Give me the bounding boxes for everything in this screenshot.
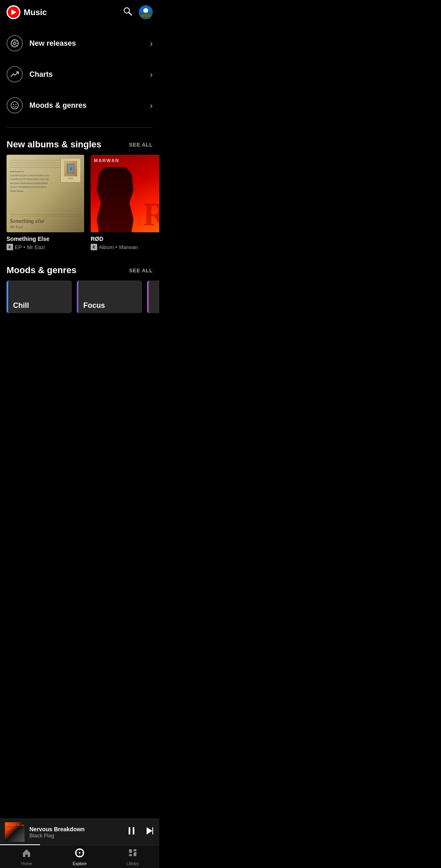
album-type-rod: Album: [99, 244, 114, 250]
smiley-icon: [10, 101, 19, 110]
logo-circle: [8, 7, 19, 18]
mood-sleep-label: [149, 307, 158, 313]
avatar-image: [139, 5, 153, 19]
gear-music-icon: ♪: [10, 39, 19, 48]
moods-scroll-container: Chill Focus: [0, 280, 159, 320]
explicit-badge-rod: E: [91, 244, 97, 250]
svg-point-7: [11, 102, 18, 109]
album-thumb-rod: MARWAN R: [91, 155, 159, 232]
rod-art: MARWAN R: [91, 155, 159, 232]
moods-genres-label: Moods & genres: [29, 101, 150, 110]
explicit-badge-something-else: E: [7, 244, 13, 250]
svg-point-8: [13, 104, 14, 105]
moods-genres-chevron: ›: [150, 101, 153, 110]
mood-chill-label: Chill: [8, 298, 34, 313]
album-thumb-something-else: addressed to: CHERRYDONTLOVEAPORRYYOU CH…: [7, 155, 84, 232]
album-artist-something-else: Mr Eazi: [27, 244, 45, 250]
moods-genres-header: Moods & genres SEE ALL: [0, 257, 159, 280]
charts-icon: [7, 66, 23, 82]
header-logo-group: Music: [7, 5, 47, 19]
header-actions: [122, 5, 153, 19]
main-content: ♪ New releases › Charts ›: [0, 24, 159, 369]
app-title: Music: [24, 8, 47, 17]
charts-label: Charts: [29, 70, 150, 79]
nav-item-new-releases[interactable]: ♪ New releases ›: [0, 28, 159, 59]
moods-genres-see-all-button[interactable]: SEE ALL: [129, 267, 153, 274]
postcard-art: addressed to: CHERRYDONTLOVEAPORRYYOU CH…: [7, 155, 84, 232]
section-divider: [7, 127, 153, 128]
mood-focus-label: Focus: [78, 298, 110, 313]
svg-point-9: [16, 104, 16, 105]
album-type-something-else: EP: [15, 244, 22, 250]
album-card-something-else[interactable]: addressed to: CHERRYDONTLOVEAPORRYYOU CH…: [7, 155, 84, 250]
svg-line-1: [129, 13, 132, 16]
app-header: Music: [0, 0, 159, 24]
svg-text:♪: ♪: [13, 42, 15, 46]
charts-chevron: ›: [150, 70, 153, 79]
album-card-rod[interactable]: MARWAN R RØD E Album • Marwan: [91, 155, 159, 250]
new-albums-see-all-button[interactable]: SEE ALL: [129, 142, 153, 148]
play-triangle-icon: [11, 9, 16, 15]
album-meta-something-else: E EP • Mr Eazi: [7, 244, 84, 250]
album-name-something-else: Something Else: [7, 236, 84, 242]
album-name-rod: RØD: [91, 236, 159, 242]
user-avatar[interactable]: [139, 5, 153, 19]
nav-item-moods-genres[interactable]: Moods & genres ›: [0, 90, 159, 121]
mood-card-sleep[interactable]: [147, 280, 159, 313]
youtube-music-logo: [7, 5, 20, 19]
album-artist-rod: Marwan: [119, 244, 138, 250]
albums-scroll-container: addressed to: CHERRYDONTLOVEAPORRYYOU CH…: [0, 155, 159, 257]
search-button[interactable]: [122, 6, 132, 18]
moods-genres-title: Moods & genres: [7, 265, 76, 276]
nav-list: ♪ New releases › Charts ›: [0, 24, 159, 124]
nav-item-charts[interactable]: Charts ›: [0, 59, 159, 90]
trending-up-icon: [10, 70, 19, 79]
album-meta-rod: E Album • Marwan: [91, 244, 159, 250]
new-releases-icon: ♪: [7, 35, 23, 51]
search-icon: [122, 6, 132, 16]
new-releases-chevron: ›: [150, 39, 153, 48]
mood-card-focus[interactable]: Focus: [77, 280, 142, 313]
new-albums-title: New albums & singles: [7, 139, 101, 150]
mood-card-chill[interactable]: Chill: [7, 280, 72, 313]
rod-artist-label: MARWAN: [94, 158, 120, 163]
moods-icon: [7, 97, 23, 114]
new-releases-label: New releases: [29, 39, 150, 48]
new-albums-header: New albums & singles SEE ALL: [0, 131, 159, 155]
